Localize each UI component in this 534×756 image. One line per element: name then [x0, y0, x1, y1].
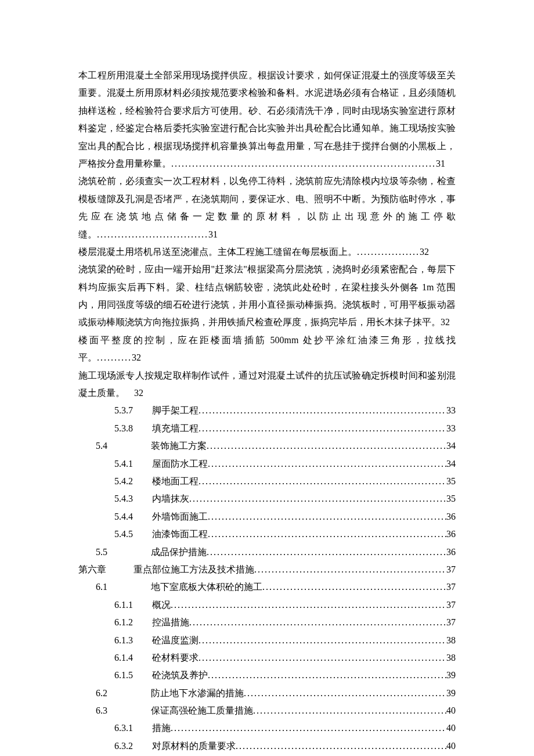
toc-page: 37: [446, 578, 456, 596]
dot-leader: [207, 543, 446, 561]
toc-entry: 5.4装饰施工方案34: [78, 437, 456, 455]
toc-entry: 6.1.1概况37: [78, 596, 456, 614]
toc-title: 油漆饰面工程: [152, 525, 208, 543]
paragraph-page: 31: [208, 229, 218, 239]
toc-title: 屋面防水工程: [152, 455, 208, 473]
paragraph-page: 32: [134, 388, 143, 398]
toc-number: 6.2: [96, 685, 151, 702]
toc-page: 33: [446, 420, 456, 437]
body-paragraph: 本工程所用混凝土全部采用现场搅拌供应。根据设计要求，如何保证混凝土的强度等级至关…: [78, 67, 456, 172]
dot-leader: [171, 719, 446, 737]
table-of-contents: 5.3.7脚手架工程335.3.8填充墙工程335.4装饰施工方案345.4.1…: [78, 402, 456, 756]
toc-page: 38: [446, 649, 456, 667]
dot-leader: ..........: [97, 352, 132, 362]
toc-page: 37: [446, 596, 456, 614]
toc-number: 5.4.4: [114, 508, 152, 525]
toc-number: 5.4: [96, 437, 151, 455]
body-paragraph: 浇筑砼前，必须查实一次工程材料，以免停工待料，浇筑前应先清除模内垃圾等杂物，检查…: [78, 172, 456, 243]
toc-page: 33: [446, 402, 456, 419]
toc-entry: 6.1.5砼浇筑及养护39: [78, 667, 456, 684]
toc-title: 地下室底板大体积砼的施工: [151, 578, 262, 596]
toc-title: 脚手架工程: [152, 402, 199, 419]
toc-page: 39: [446, 685, 456, 702]
paragraph-page: 31: [436, 159, 445, 168]
toc-page: 37: [446, 561, 456, 578]
dot-leader: [199, 473, 446, 490]
toc-number: 第六章: [78, 561, 134, 578]
toc-number: 5.3.7: [114, 402, 152, 419]
dot-leader: [254, 561, 446, 578]
dot-leader: [189, 490, 446, 507]
toc-entry: 6.2防止地下水渗漏的措施39: [78, 685, 456, 702]
body-paragraph: 楼面平整度的控制，应在距楼面墙插筋 500mm 处抄平涂红油漆三角形，拉线找平。…: [78, 332, 456, 367]
toc-entry: 5.5成品保护措施36: [78, 543, 456, 561]
paragraph-text: 楼层混凝土用塔机吊送至浇灌点。主体工程施工缝留在每层板面上。: [78, 247, 357, 257]
toc-entry: 6.3.2对原材料的质量要求40: [78, 737, 456, 755]
toc-page: 40: [446, 702, 456, 719]
dot-leader: [208, 508, 446, 525]
dot-leader: [236, 737, 446, 755]
dot-leader: [199, 420, 446, 437]
body-paragraph: 楼层混凝土用塔机吊送至浇灌点。主体工程施工缝留在每层板面上。..........…: [78, 243, 456, 261]
toc-title: 成品保护措施: [151, 543, 207, 561]
toc-page: 38: [446, 632, 456, 649]
dot-leader: [199, 402, 446, 419]
dot-leader: [189, 614, 446, 631]
toc-number: 6.1.2: [114, 614, 152, 631]
toc-number: 6.3.1: [114, 719, 152, 737]
toc-page: 40: [446, 719, 456, 737]
toc-title: 外墙饰面施工: [152, 508, 208, 525]
toc-page: 37: [446, 614, 456, 631]
toc-page: 35: [446, 473, 456, 490]
toc-number: 5.3.8: [114, 420, 152, 437]
toc-page: 36: [446, 525, 456, 543]
paragraph-page: 32: [132, 352, 141, 362]
toc-title: 内墙抹灰: [152, 490, 189, 507]
toc-entry: 5.4.3内墙抹灰35: [78, 490, 456, 507]
toc-title: 砼温度监测: [152, 632, 199, 649]
toc-entry: 6.1.2控温措施37: [78, 614, 456, 631]
toc-number: 6.1.4: [114, 649, 152, 667]
toc-page: 36: [446, 543, 456, 561]
toc-number: 6.1.3: [114, 632, 152, 649]
body-paragraph: 施工现场派专人按规定取样制作试件，通过对混凝土试件的抗压试验确定拆模时间和鉴别混…: [78, 367, 456, 402]
toc-title: 防止地下水渗漏的措施: [151, 685, 244, 702]
paragraph-text: 浇筑梁的砼时，应由一端开始用"赶浆法"根据梁高分层浇筑，浇捣时必须紧密配合，每层…: [78, 264, 456, 327]
dot-leader: ................................: [97, 229, 208, 239]
paragraph-text: 本工程所用混凝土全部采用现场搅拌供应。根据设计要求，如何保证混凝土的强度等级至关…: [78, 70, 456, 168]
toc-number: 6.1: [96, 578, 151, 596]
toc-entry: 6.3保证高强砼施工质量措施40: [78, 702, 456, 719]
toc-page: 34: [446, 455, 456, 473]
dot-leader: [199, 649, 446, 667]
toc-entry: 6.1.4砼材料要求38: [78, 649, 456, 667]
toc-page: 36: [446, 508, 456, 525]
paragraph-page: 32: [420, 247, 429, 257]
toc-page: 34: [446, 437, 456, 455]
toc-title: 保证高强砼施工质量措施: [151, 702, 253, 719]
toc-entry: 6.1.3砼温度监测38: [78, 632, 456, 649]
toc-entry: 5.3.8填充墙工程33: [78, 420, 456, 437]
toc-title: 措施: [152, 719, 171, 737]
toc-number: 6.3.2: [114, 737, 152, 755]
toc-title: 填充墙工程: [152, 420, 199, 437]
dot-leader: [262, 578, 446, 596]
toc-page: 40: [446, 737, 456, 755]
dot-leader: [199, 632, 446, 649]
toc-entry: 第六章重点部位施工方法及技术措施37: [78, 561, 456, 578]
toc-number: 6.3: [96, 702, 151, 719]
body-paragraph: 浇筑梁的砼时，应由一端开始用"赶浆法"根据梁高分层浇筑，浇捣时必须紧密配合，每层…: [78, 261, 456, 332]
dot-leader: [207, 437, 446, 455]
toc-entry: 5.4.4外墙饰面施工36: [78, 508, 456, 525]
dot-leader: [171, 596, 446, 614]
toc-number: 5.4.5: [114, 525, 152, 543]
toc-number: 5.5: [96, 543, 151, 561]
toc-entry: 5.4.5油漆饰面工程36: [78, 525, 456, 543]
toc-title: 控温措施: [152, 614, 189, 631]
dot-leader: [253, 702, 446, 719]
toc-entry: 6.3.1措施40: [78, 719, 456, 737]
toc-title: 砼浇筑及养护: [152, 667, 208, 684]
toc-page: 35: [446, 490, 456, 507]
paragraph-page: 32: [441, 317, 450, 327]
dot-leader: [208, 525, 446, 543]
toc-title: 概况: [152, 596, 171, 614]
